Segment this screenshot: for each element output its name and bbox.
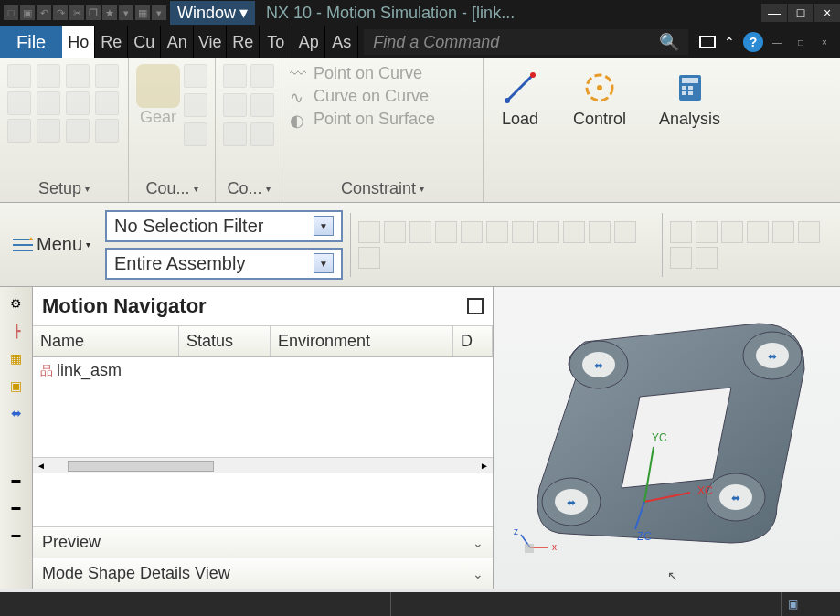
toolbar-icon[interactable]: [486, 221, 508, 243]
status-icon[interactable]: ▣: [782, 593, 803, 615]
tab-tools[interactable]: To: [260, 26, 292, 58]
tab-analysis[interactable]: An: [161, 26, 194, 58]
scroll-left-icon[interactable]: ◄: [33, 461, 49, 471]
analysis-button[interactable]: Analysis: [650, 64, 729, 133]
rail-constraint-nav-icon[interactable]: ▣: [4, 373, 29, 398]
curve-on-curve-button[interactable]: ∿Curve on Curve: [290, 87, 435, 106]
qa-icon[interactable]: ❐: [86, 5, 101, 20]
maximize-button[interactable]: □: [788, 4, 813, 22]
toolbar-icon[interactable]: [589, 221, 611, 243]
rail-icon[interactable]: ▬: [4, 521, 29, 547]
chevron-down-icon[interactable]: ▾: [420, 184, 424, 194]
window-dropdown[interactable]: Window ▾: [170, 1, 255, 25]
qa-icon[interactable]: □: [4, 5, 18, 20]
connector-icon[interactable]: [223, 122, 247, 146]
selection-filter-select[interactable]: No Selection Filter ▼: [105, 210, 343, 242]
qa-icon[interactable]: ★: [102, 5, 117, 20]
couple-icon[interactable]: [184, 64, 207, 88]
rail-part-nav-icon[interactable]: ┣: [4, 318, 29, 344]
setup-icon[interactable]: [95, 119, 119, 143]
chevron-down-icon[interactable]: ▾: [194, 184, 198, 194]
setup-icon[interactable]: [7, 119, 31, 143]
doc-close-icon[interactable]: ×: [814, 32, 835, 52]
gear-button[interactable]: Gear: [136, 64, 180, 127]
load-button[interactable]: Load: [491, 64, 549, 133]
tab-results[interactable]: Re: [95, 26, 128, 58]
chevron-down-icon[interactable]: ▾: [266, 184, 271, 194]
toolbar-icon[interactable]: [614, 221, 636, 243]
toolbar-icon[interactable]: [384, 221, 406, 243]
setup-icon[interactable]: [95, 64, 119, 88]
setup-icon[interactable]: [66, 91, 90, 115]
3d-viewport[interactable]: ⬌ ⬌ ⬌ ⬌ XC YC ZC x z ↖: [494, 287, 840, 589]
setup-icon[interactable]: [7, 64, 31, 88]
col-d[interactable]: D: [453, 326, 493, 356]
rail-icon[interactable]: ▬: [4, 466, 29, 492]
couple-icon[interactable]: [184, 122, 207, 146]
preview-panel[interactable]: Preview ⌄: [33, 526, 493, 558]
rail-assembly-nav-icon[interactable]: ▦: [4, 345, 29, 371]
toolbar-icon[interactable]: [563, 221, 585, 243]
tab-curve[interactable]: Cu: [128, 26, 161, 58]
qa-icon[interactable]: ▾: [119, 5, 133, 20]
col-environment[interactable]: Environment: [271, 326, 453, 356]
toolbar-icon[interactable]: [537, 221, 559, 243]
table-row[interactable]: 品 link_asm: [33, 357, 493, 384]
tab-assemblies[interactable]: As: [325, 26, 358, 58]
collapse-ribbon-icon[interactable]: ⌃: [719, 32, 739, 52]
toolbar-icon[interactable]: [721, 221, 743, 243]
qa-icon[interactable]: ▾: [152, 5, 166, 20]
toolbar-icon[interactable]: [435, 221, 457, 243]
chevron-down-icon[interactable]: ▾: [85, 184, 90, 194]
qa-icon[interactable]: ▣: [20, 5, 35, 20]
scroll-thumb[interactable]: [68, 461, 214, 472]
mode-shape-panel[interactable]: Mode Shape Details View ⌄: [33, 558, 493, 589]
toolbar-icon[interactable]: [696, 221, 718, 243]
pin-icon[interactable]: [467, 298, 484, 314]
command-search[interactable]: Find a Command 🔍: [364, 29, 688, 55]
connector-icon[interactable]: [250, 122, 274, 146]
toolbar-icon[interactable]: [409, 221, 431, 243]
setup-icon[interactable]: [7, 91, 31, 115]
col-name[interactable]: Name: [33, 326, 179, 356]
setup-icon[interactable]: [37, 119, 60, 143]
fullscreen-icon[interactable]: [699, 36, 716, 48]
toolbar-icon[interactable]: [512, 221, 534, 243]
toolbar-icon[interactable]: [747, 221, 769, 243]
assembly-filter-select[interactable]: Entire Assembly ▼: [105, 248, 343, 280]
scroll-right-icon[interactable]: ►: [476, 461, 493, 471]
connector-icon[interactable]: [250, 93, 274, 117]
menu-button[interactable]: Menu ▾: [5, 228, 98, 260]
qa-icon[interactable]: ↷: [53, 5, 68, 20]
setup-icon[interactable]: [66, 64, 90, 88]
minimize-button[interactable]: —: [761, 4, 787, 22]
toolbar-icon[interactable]: [358, 221, 380, 243]
setup-icon[interactable]: [37, 64, 60, 88]
tab-application[interactable]: Ap: [292, 26, 325, 58]
toolbar-icon[interactable]: [696, 247, 718, 269]
toolbar-icon[interactable]: [772, 221, 794, 243]
qa-icon[interactable]: ✂: [69, 5, 84, 20]
horizontal-scrollbar[interactable]: ◄ ►: [33, 457, 493, 473]
qa-icon[interactable]: ▦: [135, 5, 150, 20]
tab-view[interactable]: Vie: [194, 26, 227, 58]
couple-icon[interactable]: [184, 93, 207, 117]
toolbar-icon[interactable]: [358, 247, 380, 269]
close-button[interactable]: ×: [814, 4, 840, 22]
toolbar-icon[interactable]: [670, 247, 692, 269]
doc-min-icon[interactable]: —: [767, 32, 787, 52]
rail-motion-nav-icon[interactable]: ⬌: [4, 400, 29, 426]
tab-home[interactable]: Ho: [62, 26, 95, 58]
file-menu[interactable]: File: [0, 26, 62, 58]
rail-settings-icon[interactable]: ⚙: [4, 291, 29, 316]
doc-max-icon[interactable]: □: [791, 32, 811, 52]
setup-icon[interactable]: [66, 119, 90, 143]
setup-icon[interactable]: [95, 91, 119, 115]
qa-icon[interactable]: ↶: [37, 5, 51, 20]
control-button[interactable]: Control: [564, 64, 635, 133]
setup-icon[interactable]: [37, 91, 60, 115]
connector-icon[interactable]: [223, 93, 247, 117]
point-on-curve-button[interactable]: 〰Point on Curve: [290, 64, 435, 83]
tab-render[interactable]: Re: [227, 26, 260, 58]
toolbar-icon[interactable]: [461, 221, 483, 243]
